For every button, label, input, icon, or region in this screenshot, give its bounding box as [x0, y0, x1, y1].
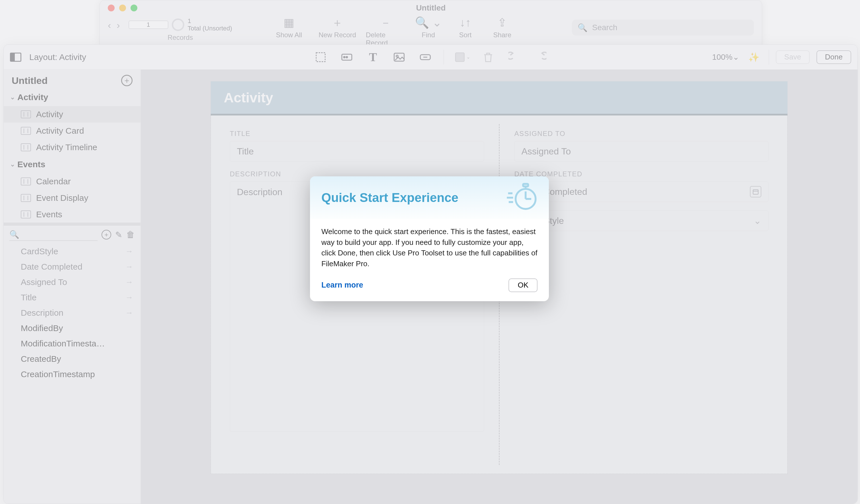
quick-start-dialog: Quick Start Experience Welcome to the qu…: [310, 176, 549, 301]
ok-button[interactable]: OK: [508, 278, 538, 292]
dialog-body: Welcome to the quick start experience. T…: [310, 219, 549, 274]
dialog-title: Quick Start Experience: [321, 190, 458, 205]
svg-rect-16: [523, 184, 528, 187]
stopwatch-icon: [506, 182, 538, 213]
learn-more-link[interactable]: Learn more: [321, 281, 363, 290]
